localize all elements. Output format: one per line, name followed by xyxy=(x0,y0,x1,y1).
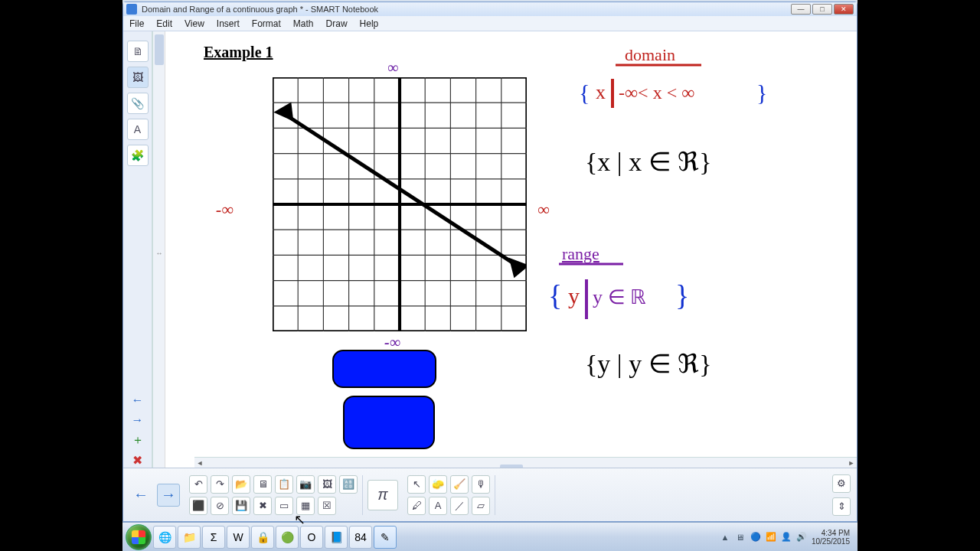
app-icon xyxy=(126,4,137,15)
close-button[interactable]: ✕ xyxy=(834,4,854,15)
menu-format[interactable]: Format xyxy=(252,18,281,29)
expand-button[interactable]: ⇕ xyxy=(832,497,851,516)
taskbar-lock-icon[interactable]: 🔒 xyxy=(251,526,274,549)
paste-button[interactable]: 📋 xyxy=(275,475,293,494)
svg-text:x: x xyxy=(596,81,606,103)
taskbar[interactable]: 🌐 📁 Σ W 🔒 🟢 O 📘 84 ✎ ▲ 🖥 🔵 📶 👤 🔊 4:34 PM… xyxy=(122,522,858,551)
open-button[interactable]: 📂 xyxy=(232,475,250,494)
screen-button[interactable]: 🖥 xyxy=(253,475,272,494)
shape-button[interactable]: ▱ xyxy=(472,497,490,515)
page-canvas[interactable]: Example 1 ∞ -∞ ∞ -∞ xyxy=(165,31,857,468)
prev-page-button[interactable]: ← xyxy=(129,393,147,408)
clock[interactable]: 4:34 PM 10/25/2015 xyxy=(812,529,850,546)
sidebar-tools: 🗎 🖼 📎 A 🧩 ← → ＋ ✖ xyxy=(123,31,152,468)
infinity-right-label: ∞ xyxy=(537,200,550,220)
page-title: Example 1 xyxy=(204,44,273,61)
taskbar-sigma-icon[interactable]: Σ xyxy=(202,526,225,549)
undo-button[interactable]: ↶ xyxy=(189,475,207,494)
toolbar-draw-group: ↖ 🧽 🧹 🎙 🖊 A ／ ▱ xyxy=(403,475,495,515)
titlebar[interactable]: Domain and Range of a continuous graph *… xyxy=(123,2,857,16)
svg-text:domain: domain xyxy=(625,45,675,64)
tray-volume-icon[interactable]: 🔊 xyxy=(796,532,807,543)
blue-box-2[interactable] xyxy=(343,396,435,449)
redo-button[interactable]: ↷ xyxy=(211,475,229,494)
bottom-toolbar: ← → ↶ ↷ 📂 🖥 📋 📷 🖼 🔠 ⬛ ⊘ 💾 ✖ xyxy=(123,468,857,521)
coordinate-grid xyxy=(273,77,527,331)
svg-text:-∞< x < ∞: -∞< x < ∞ xyxy=(619,83,694,103)
pen-button[interactable]: 🖊 xyxy=(407,497,426,515)
domain-annotation: domain { x -∞< x < ∞ } xyxy=(579,45,778,132)
table-button[interactable]: ▦ xyxy=(296,497,315,515)
svg-text:range: range xyxy=(562,244,599,263)
taskbar-book-icon[interactable]: 📘 xyxy=(325,526,348,549)
scroll-handle-icon[interactable]: ↔ xyxy=(155,249,164,257)
window-title: Domain and Range of a continuous graph *… xyxy=(142,5,378,14)
tray-up-icon[interactable]: ▲ xyxy=(720,532,730,543)
math-pi-button[interactable]: π xyxy=(368,480,398,510)
tray-monitor-icon[interactable]: 🖥 xyxy=(735,532,746,543)
settings-button[interactable]: ⚙ xyxy=(832,474,851,493)
time-label: 4:34 PM xyxy=(812,529,850,537)
infinity-top-label: ∞ xyxy=(387,59,398,77)
delete-page-button[interactable]: ✖ xyxy=(129,452,147,468)
menu-math[interactable]: Math xyxy=(293,18,314,29)
page-sorter-icon[interactable]: 🗎 xyxy=(127,41,149,62)
work-area: 🗎 🖼 📎 A 🧩 ← → ＋ ✖ ↔ Example 1 ∞ -∞ ∞ xyxy=(123,31,857,468)
menu-view[interactable]: View xyxy=(185,18,204,29)
menu-draw[interactable]: Draw xyxy=(326,18,348,29)
save-button[interactable]: 💾 xyxy=(232,497,250,515)
font-button[interactable]: 🔠 xyxy=(339,475,358,494)
record-button[interactable]: 🎙 xyxy=(472,475,490,494)
image-button[interactable]: 🖼 xyxy=(318,475,336,494)
app-window: Domain and Range of a continuous graph *… xyxy=(122,2,858,522)
taskbar-word-icon[interactable]: W xyxy=(227,526,250,549)
svg-text:}: } xyxy=(756,80,767,105)
blue-box-1[interactable] xyxy=(332,350,436,388)
tray-network-icon[interactable]: 📶 xyxy=(766,532,776,543)
vertical-scrollbar[interactable]: ↔ xyxy=(152,31,165,468)
text-tool-icon[interactable]: A xyxy=(127,119,149,140)
line-button[interactable]: ／ xyxy=(450,497,469,515)
toolbar-next-button[interactable]: → xyxy=(157,484,180,507)
date-label: 10/25/2015 xyxy=(812,537,850,546)
system-tray[interactable]: ▲ 🖥 🔵 📶 👤 🔊 4:34 PM 10/25/2015 xyxy=(720,529,854,546)
taskbar-calc-icon[interactable]: 84 xyxy=(349,526,372,549)
menu-help[interactable]: Help xyxy=(360,18,379,29)
text-button[interactable]: A xyxy=(429,497,447,515)
menu-insert[interactable]: Insert xyxy=(217,18,240,29)
eraser-button[interactable]: 🧽 xyxy=(429,475,447,494)
start-button[interactable] xyxy=(126,524,152,550)
taskbar-explorer-icon[interactable]: 📁 xyxy=(178,526,201,549)
scroll-thumb[interactable] xyxy=(155,34,164,65)
taskbar-outlook-icon[interactable]: O xyxy=(300,526,323,549)
gallery-icon[interactable]: 🖼 xyxy=(127,67,149,88)
addon-icon[interactable]: 🧩 xyxy=(127,145,149,166)
taskbar-smartnotebook-icon[interactable]: ✎ xyxy=(374,526,397,549)
scroll-right-icon[interactable]: ► xyxy=(846,459,857,467)
tray-user-icon[interactable]: 👤 xyxy=(781,532,792,543)
add-page-button[interactable]: ＋ xyxy=(129,432,147,448)
capture-button[interactable]: 📷 xyxy=(296,475,315,494)
delslide-button[interactable]: ⊘ xyxy=(211,497,229,515)
newslide-button[interactable]: ⬛ xyxy=(189,497,207,515)
tray-blue-icon[interactable]: 🔵 xyxy=(750,532,761,543)
domain-set-notation: {x | x ∈ ℜ} xyxy=(585,146,711,177)
delete-button[interactable]: ✖ xyxy=(253,497,272,515)
menu-bar: File Edit View Insert Format Math Draw H… xyxy=(123,16,857,31)
toolbar-prev-button[interactable]: ← xyxy=(129,484,152,507)
minimize-button[interactable]: — xyxy=(791,4,811,15)
attachment-icon[interactable]: 📎 xyxy=(127,93,149,114)
menu-file[interactable]: File xyxy=(129,18,144,29)
taskbar-ie-icon[interactable]: 🌐 xyxy=(153,526,176,549)
taskbar-chrome-icon[interactable]: 🟢 xyxy=(276,526,299,549)
menu-edit[interactable]: Edit xyxy=(156,18,172,29)
select-tool-button[interactable]: ↖ xyxy=(407,475,426,494)
svg-text:{: { xyxy=(548,279,562,311)
shade-button[interactable]: ▭ xyxy=(275,497,293,515)
next-page-button[interactable]: → xyxy=(129,412,147,428)
horizontal-scrollbar[interactable]: ◄ ► xyxy=(194,457,857,468)
clearink-button[interactable]: 🧹 xyxy=(450,475,469,494)
clear-button[interactable]: ☒ xyxy=(318,497,336,515)
scroll-left-icon[interactable]: ◄ xyxy=(194,459,205,467)
maximize-button[interactable]: □ xyxy=(812,4,832,15)
